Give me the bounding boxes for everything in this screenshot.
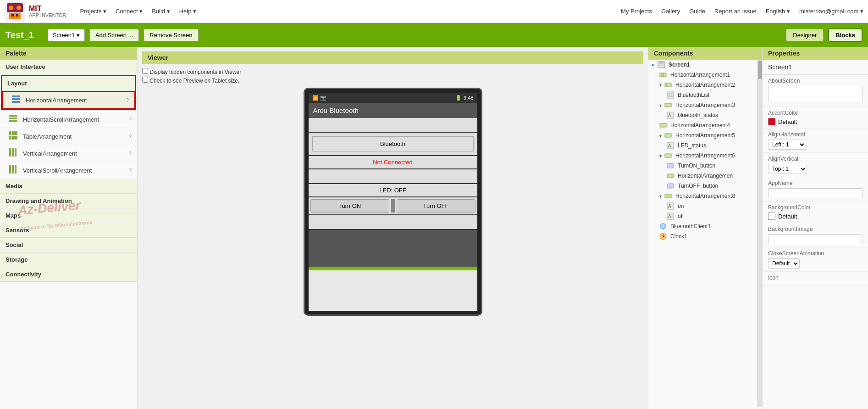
phone-turn-on-btn[interactable]: Turn ON [310, 199, 389, 213]
viewer-checkbox1-label[interactable]: Display hidden components in Viewer [142, 68, 643, 75]
prop-label-closescreen: CloseScreenAnimation [763, 247, 868, 258]
palette-section-user-interface[interactable]: User Interface [0, 60, 137, 74]
vertical-help[interactable]: ? [129, 151, 132, 156]
comp-item-ha2[interactable]: ▾ HorizontalArrangement2 [648, 80, 757, 90]
comp-item-btlist[interactable]: BluetoothList [648, 90, 757, 100]
prop-value-alignhoriz: Left : 1 Center : 3 Right : 2 [763, 139, 868, 153]
bluetooth-btn[interactable]: Bluetooth [312, 136, 474, 151]
svg-rect-28 [667, 184, 674, 188]
svg-rect-22 [665, 134, 671, 137]
horizontal-arrangement-help[interactable]: ? [126, 97, 129, 103]
phone-turn-off-btn[interactable]: Turn OFF [397, 199, 475, 213]
prop-input-appname[interactable]: Test_1 [768, 188, 862, 198]
palette-section-sensors[interactable]: Sensors [0, 223, 137, 238]
comp-item-ha3[interactable]: ▾ HorizontalArrangement3 [648, 100, 757, 110]
palette-section-storage[interactable]: Storage [0, 252, 137, 267]
palette-section-maps[interactable]: Maps [0, 208, 137, 223]
comp-item-ha-inner[interactable]: HorizontalArrangemen [648, 171, 757, 181]
comp-item-on[interactable]: A on [648, 201, 757, 211]
nav-right: My Projects Gallery Guide Report an Issu… [621, 8, 863, 15]
svg-line-38 [663, 236, 664, 237]
svg-rect-4 [9, 13, 21, 19]
nav-gallery[interactable]: Gallery [661, 8, 680, 15]
comp-toggle-ha5[interactable]: ▾ [659, 133, 662, 138]
bgcolor-swatch[interactable] [768, 213, 775, 220]
comp-toggle-ha6[interactable]: ▾ [659, 153, 662, 158]
prop-label-alignhoriz: AlignHorizontal [763, 129, 868, 139]
prop-input-aboutscreen[interactable] [768, 86, 862, 102]
prop-select-closescreen[interactable]: Default [768, 258, 800, 269]
comp-toggle-ha8[interactable]: ▾ [659, 194, 662, 199]
comp-item-screen1[interactable]: ▸ Screen1 [648, 60, 757, 70]
palette-item-vertical[interactable]: VerticalArrangement ? [0, 145, 137, 162]
palette-section-drawing[interactable]: Drawing and Animation [0, 194, 137, 208]
viewer-checkbox1[interactable] [142, 68, 148, 74]
nav-user-email[interactable]: misterriao@gmail.com ▾ [799, 8, 863, 15]
logo-icon [5, 1, 25, 22]
prop-select-alignvert[interactable]: Top : 1 Center : 2 Bottom : 3 [768, 164, 807, 174]
phone-dark-area [309, 230, 477, 267]
prop-label-aboutscreen: AboutScreen [763, 75, 868, 85]
remove-screen-button[interactable]: Remove Screen [144, 29, 198, 41]
nav-my-projects[interactable]: My Projects [621, 8, 652, 15]
horizontal-scroll-help[interactable]: ? [129, 117, 132, 122]
table-icon [9, 131, 19, 141]
palette-section-layout[interactable]: Layout [2, 76, 135, 91]
svg-rect-8 [659, 62, 663, 63]
screen-selector-button[interactable]: Screen1 ▾ [48, 29, 85, 41]
prop-value-alignvert: Top : 1 Center : 2 Bottom : 3 [763, 163, 868, 177]
comp-toggle-ha3[interactable]: ▾ [659, 103, 662, 108]
comp-item-btclient[interactable]: B BluetoothClient1 [648, 221, 757, 231]
palette-item-table[interactable]: TableArrangement ? [0, 128, 137, 145]
accentcolor-swatch[interactable] [768, 118, 775, 125]
properties-panel: Properties Screen1 AboutScreen AccentCol… [763, 47, 868, 409]
nav-help[interactable]: Help ▾ [179, 8, 196, 15]
vertical-icon [9, 148, 19, 158]
viewer-checkbox2[interactable] [142, 77, 148, 83]
palette-header: Palette [0, 47, 137, 60]
palette-section-social[interactable]: Social [0, 238, 137, 252]
nav-connect[interactable]: Connect ▾ [116, 8, 143, 15]
comp-item-ha4[interactable]: HorizontalArrangement4 [648, 120, 757, 130]
palette-section-media[interactable]: Media [0, 179, 137, 194]
component-scrollbar[interactable] [757, 60, 762, 407]
comp-item-clock1[interactable]: Clock1 [648, 231, 757, 241]
palette-layout-section: Layout HorizontalArrangement ? [1, 75, 136, 110]
comp-item-turnoff[interactable]: TurnOFF_button [648, 181, 757, 191]
palette-section-connectivity[interactable]: Connectivity [0, 267, 137, 282]
vertical-scroll-help[interactable]: ? [129, 168, 132, 173]
add-screen-button[interactable]: Add Screen ... [89, 29, 139, 41]
nav-projects[interactable]: Projects ▾ [80, 8, 107, 15]
comp-item-ha6[interactable]: ▾ HorizontalArrangement6 [648, 151, 757, 161]
comp-toggle-screen1[interactable]: ▸ [652, 62, 655, 68]
comp-item-ha1[interactable]: HorizontalArrangement1 [648, 70, 757, 80]
comp-icon-ha5 [664, 132, 672, 139]
component-scrollbar-thumb[interactable] [758, 61, 763, 79]
nav-guide[interactable]: Guide [689, 8, 705, 15]
comp-item-ha5[interactable]: ▾ HorizontalArrangement5 [648, 130, 757, 140]
comp-item-ledstatus[interactable]: A LED_status [648, 140, 757, 151]
prop-input-bgimage[interactable]: None... [768, 234, 862, 244]
properties-header: Properties [763, 47, 868, 60]
main-content: Palette User Interface Layout Horizontal… [0, 47, 868, 409]
nav-build[interactable]: Build ▾ [152, 8, 170, 15]
blocks-button[interactable]: Blocks [828, 28, 862, 42]
comp-item-ha8[interactable]: ▾ HorizontalArrangement8 [648, 191, 757, 201]
comp-toggle-ha2[interactable]: ▾ [659, 83, 662, 88]
comp-item-off[interactable]: A off [648, 211, 757, 221]
comp-item-btstatus[interactable]: A bluetooth_status [648, 110, 757, 120]
nav-report-issue[interactable]: Report an Issue [714, 8, 757, 15]
nav-language[interactable]: English ▾ [766, 8, 790, 15]
palette-item-vertical-scroll[interactable]: VerticalScrollArrangement ? [0, 162, 137, 179]
palette-item-horizontal-arrangement[interactable]: HorizontalArrangement ? [2, 91, 135, 109]
prop-select-alignhoriz[interactable]: Left : 1 Center : 3 Right : 2 [768, 140, 806, 150]
svg-text:A: A [668, 214, 671, 219]
comp-item-turnon[interactable]: TurnON_button [648, 161, 757, 171]
table-help[interactable]: ? [129, 134, 132, 139]
horizontal-arrangement-label: HorizontalArrangement [26, 97, 122, 104]
bgcolor-label: Default [778, 213, 797, 220]
palette-item-horizontal-scroll[interactable]: HorizontalScrollArrangement ? [0, 111, 137, 128]
comp-icon-ledstatus: A [667, 142, 674, 149]
designer-button[interactable]: Designer [786, 29, 824, 41]
viewer-checkbox2-label[interactable]: Check to see Preview on Tablet size. [142, 77, 643, 84]
